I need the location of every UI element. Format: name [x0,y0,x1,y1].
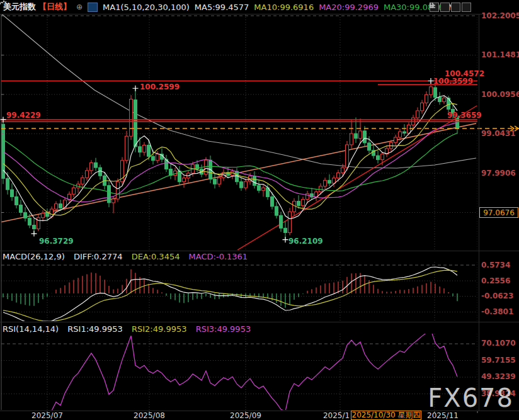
ma5-value: MA5:99.4577 [195,3,249,12]
rsi-title: RSI(14,14,14) [3,324,59,334]
rsi3-value: RSI3:49.9953 [196,324,251,334]
month-label-sep: 2025/09 [230,411,261,420]
macd-value: MACD:-0.1361 [189,252,248,261]
month-label-jul: 2025/07 [31,411,63,420]
header-separator [0,14,519,14]
month-label-aug: 2025/08 [134,411,165,420]
timeframe-label[interactable]: 【日线】 [38,1,71,13]
zoom-plus-icon[interactable]: ⊕ [76,3,83,11]
swing-high-label-100-4572: 100.4572 [445,69,484,78]
rsi-axis-label: 70.1070 [481,339,518,348]
macd-dea-value: DEA:0.3454 [132,252,180,261]
month-label-oct: 2025/1 [323,411,350,420]
swing-low-label-96-2109: 96.2109 [288,237,323,246]
pane-layout-right-icon[interactable] [451,3,460,12]
crosshair-price-box: 97.0676 [479,207,518,218]
pane-layout-left-icon[interactable] [440,3,450,12]
macd-axis-label: 0.5734 [481,261,518,270]
ma20-value: MA20:99.2969 [319,3,379,12]
main-macd-separator [0,251,519,251]
macd-title: MACD(26,12,9) [3,252,65,261]
macd-diff-value: DIFF:0.2774 [74,252,123,261]
symbol-name: 美元指数 [3,1,36,13]
macd-axis-label: -0.3801 [481,307,518,316]
price-axis-label: 102.2005 [481,11,518,20]
pane-expand-icon[interactable] [462,3,471,12]
resistance-label-100-3599: 100.3599 [433,77,473,86]
rsi-header: RSI(14,14,14) RSI1:49.9953 RSI2:49.9953 … [3,324,257,334]
macd-header: MACD(26,12,9) DIFF:0.2774 DEA:0.3454 MAC… [3,252,254,261]
rsi-axis-label: 49.3239 [481,372,518,381]
swing-high-label-100-2599: 100.2599 [140,82,180,91]
chart-toolbar [430,3,471,12]
price-axis-label: 99.0431 [481,129,518,138]
macd-axis-label: 0.2556 [481,276,518,285]
rsi-axis-label: 59.7155 [481,356,518,365]
macd-rsi-separator [0,322,519,322]
rsi2-value: RSI2:49.9953 [132,324,187,334]
macd-axis-label: -0.0623 [481,292,518,300]
ma-settings-label: MA1(5,10,20,30,100) [103,3,190,12]
resistance-label-99-3659: 99.3659 [447,111,482,120]
price-axis-label: 97.9906 [481,169,518,178]
crosshair-date-box: 2025/10/30 星期四 [351,411,421,420]
candlestick-chart-canvas[interactable] [0,0,519,420]
chart-app-window: 美元指数 【日线】 ⊕ MA1(5,10,20,30,100) MA5:99.4… [0,0,519,420]
price-axis-label: 100.0956 [481,90,518,99]
price-axis-label: 101.1481 [481,50,518,59]
month-label-nov: 2025/11 [427,411,459,420]
fx678-watermark: FX678 [428,383,514,412]
mini-chart-icon[interactable] [88,3,98,12]
swing-low-label-96-3729: 96.3729 [39,237,74,246]
rsi1-value: RSI1:49.9953 [67,324,123,334]
ma10-value: MA10:99.6916 [254,3,314,12]
resistance-label-99-4229: 99.4229 [6,111,41,120]
